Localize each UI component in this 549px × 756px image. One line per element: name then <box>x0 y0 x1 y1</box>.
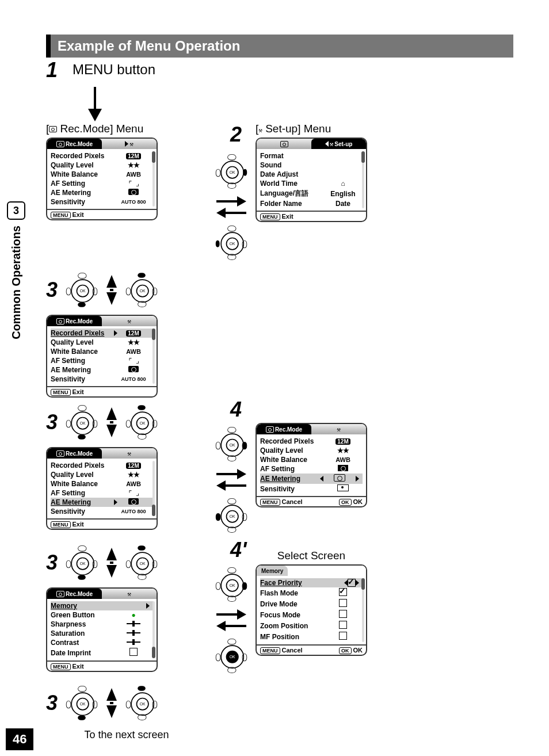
step-1-text: MENU button <box>73 62 155 78</box>
home-icon: ⌂ <box>327 180 359 188</box>
step-4-num: 4 <box>230 398 247 422</box>
heading: Example of Menu Operation <box>46 35 513 58</box>
step-2-num: 2 <box>230 123 247 147</box>
step-3-num: 3 <box>46 410 63 434</box>
step-3-num: 3 <box>46 551 63 575</box>
step-1-num: 1 <box>46 58 63 82</box>
lcd-rec-mode-3: Rec.Mode ⚒ Recorded Pixels12M Quality Le… <box>46 447 158 530</box>
lcd-rec-mode-4: Rec.Mode ⚒ Memory Green Button● Sharpnes… <box>46 587 158 672</box>
side-tab-index: 3 <box>7 201 25 220</box>
step-3-num: 3 <box>46 278 63 302</box>
lcd-memory: Memory Face Priority Flash Mode Drive Mo… <box>256 564 367 656</box>
side-tab: 3 Common Operations <box>7 201 25 339</box>
arrow-right-icon <box>216 197 246 205</box>
dpad-icon: OK <box>68 271 96 309</box>
arrow-left-icon <box>216 209 246 217</box>
dpad-icon: OK <box>218 152 245 190</box>
tool-icon: ⚒ <box>258 127 262 134</box>
to-next-screen: To the next screen <box>46 729 207 741</box>
side-tab-title: Common Operations <box>10 226 23 339</box>
page-number: 46 <box>6 728 33 750</box>
updown-arrow-icon <box>100 275 123 305</box>
rec-mode-menu-label: [ Rec.Mode] Menu <box>46 123 207 135</box>
lcd-ae-metering: Rec.Mode ⚒ Recorded Pixels12M Quality Le… <box>256 423 367 507</box>
lcd-rec-mode-1: Rec.Mode ⚒ Recorded Pixels12M Quality Le… <box>46 138 158 220</box>
select-screen-label: Select Screen <box>256 549 367 562</box>
camera-icon <box>49 126 57 132</box>
setup-menu-label: [⚒ Set-up] Menu <box>256 123 367 135</box>
dpad-icon: OK <box>128 271 155 309</box>
step-4prime-num: 4' <box>230 538 247 562</box>
lcd-rec-mode-2: Rec.Mode ⚒ Recorded Pixels12M Quality Le… <box>46 315 158 398</box>
dpad-icon: OK <box>218 224 245 262</box>
step-3-num: 3 <box>46 691 63 715</box>
lcd-setup: ⚒Set-up Format Sound Date Adjust World T… <box>256 138 367 222</box>
